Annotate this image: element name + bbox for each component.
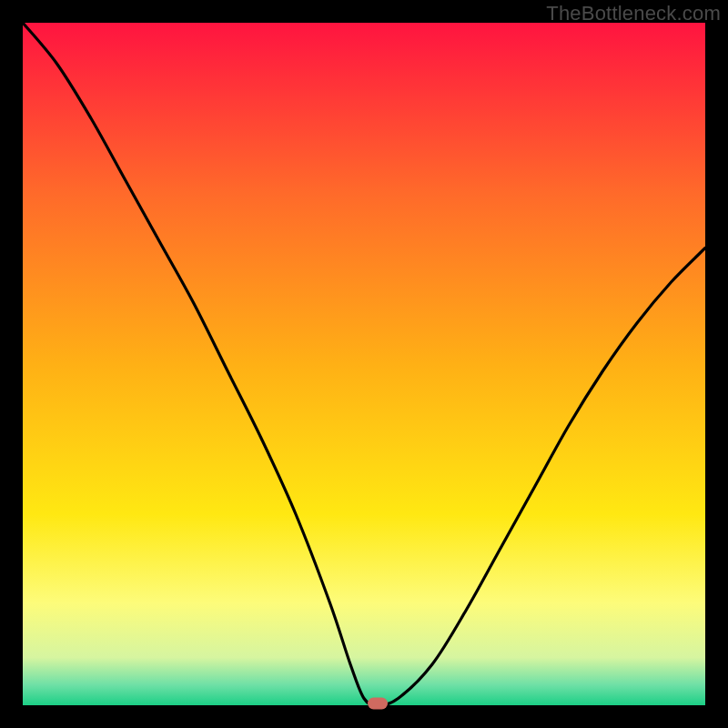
- optimal-marker: [368, 698, 388, 710]
- gradient-bg: [23, 23, 705, 705]
- chart-frame: TheBottleneck.com: [0, 0, 728, 728]
- plot-svg: [23, 23, 705, 705]
- plot-area: [23, 23, 705, 705]
- watermark-text: TheBottleneck.com: [546, 2, 721, 25]
